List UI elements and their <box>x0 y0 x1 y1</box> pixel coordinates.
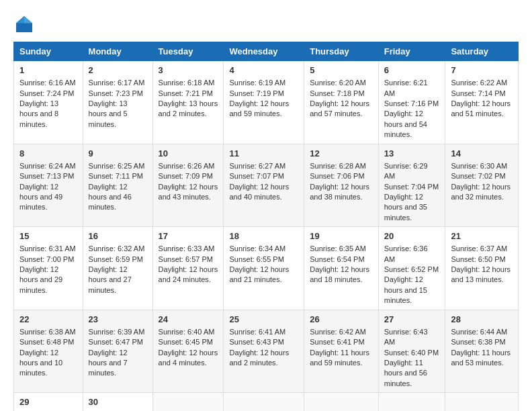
col-header-thursday: Thursday <box>304 42 378 61</box>
calendar-cell <box>445 393 519 411</box>
sunset-label: Sunset: 7:06 PM <box>310 172 364 180</box>
sunset-label: Sunset: 6:54 PM <box>310 255 364 263</box>
calendar-cell: 13 Sunrise: 6:29 AM Sunset: 7:04 PM Dayl… <box>378 144 445 227</box>
sunset-label: Sunset: 6:50 PM <box>451 255 505 263</box>
day-number: 24 <box>159 314 218 326</box>
sunset-label: Sunset: 7:07 PM <box>229 172 283 180</box>
daylight-label: Daylight: 12 hours and 59 minutes. <box>229 99 289 118</box>
calendar-cell: 7 Sunrise: 6:22 AM Sunset: 7:14 PM Dayli… <box>445 61 519 144</box>
day-number: 16 <box>89 230 147 242</box>
calendar-cell <box>304 393 378 411</box>
day-number: 11 <box>229 148 298 160</box>
calendar-cell: 29 Sunrise: 6:45 AM Sunset: 6:36 PM Dayl… <box>14 393 83 411</box>
calendar-week-2: 8 Sunrise: 6:24 AM Sunset: 7:13 PM Dayli… <box>14 144 519 227</box>
day-number: 2 <box>89 64 147 77</box>
sunset-label: Sunset: 6:41 PM <box>310 338 364 346</box>
day-number: 19 <box>310 230 372 242</box>
daylight-label: Daylight: 13 hours and 5 minutes. <box>89 99 128 128</box>
daylight-label: Daylight: 12 hours and 15 minutes. <box>384 275 427 304</box>
sunrise-label: Sunrise: 6:31 AM <box>19 244 76 253</box>
sunrise-label: Sunrise: 6:18 AM <box>159 79 215 87</box>
day-number: 1 <box>19 64 77 77</box>
col-header-friday: Friday <box>378 42 445 61</box>
calendar-week-3: 15 Sunrise: 6:31 AM Sunset: 7:00 PM Dayl… <box>14 227 519 310</box>
calendar-cell: 15 Sunrise: 6:31 AM Sunset: 7:00 PM Dayl… <box>14 227 83 310</box>
daylight-label: Daylight: 12 hours and 24 minutes. <box>159 265 218 283</box>
calendar-cell: 8 Sunrise: 6:24 AM Sunset: 7:13 PM Dayli… <box>14 144 83 227</box>
day-number: 20 <box>384 230 440 242</box>
calendar-cell: 12 Sunrise: 6:28 AM Sunset: 7:06 PM Dayl… <box>304 144 378 227</box>
sunrise-label: Sunrise: 6:43 AM <box>384 328 428 346</box>
daylight-label: Daylight: 12 hours and 40 minutes. <box>229 183 289 201</box>
daylight-label: Daylight: 12 hours and 57 minutes. <box>310 99 369 118</box>
day-number: 8 <box>19 148 77 160</box>
col-header-monday: Monday <box>83 42 152 61</box>
day-number: 25 <box>229 314 298 326</box>
svg-marker-1 <box>24 16 32 23</box>
sunrise-label: Sunrise: 6:38 AM <box>19 328 76 336</box>
day-number: 15 <box>19 230 77 242</box>
day-number: 9 <box>89 148 147 160</box>
sunset-label: Sunset: 7:11 PM <box>89 172 143 180</box>
sunset-label: Sunset: 7:19 PM <box>229 89 283 97</box>
sunrise-label: Sunrise: 6:34 AM <box>229 244 285 253</box>
sunrise-label: Sunrise: 6:37 AM <box>451 244 507 253</box>
daylight-label: Daylight: 13 hours and 2 minutes. <box>159 99 218 118</box>
sunrise-label: Sunrise: 6:19 AM <box>229 79 285 87</box>
sunrise-label: Sunrise: 6:41 AM <box>229 328 285 336</box>
sunrise-label: Sunrise: 6:16 AM <box>19 79 76 87</box>
calendar-cell <box>152 393 224 411</box>
day-number: 6 <box>384 64 440 77</box>
sunset-label: Sunset: 6:55 PM <box>229 255 283 263</box>
daylight-label: Daylight: 12 hours and 10 minutes. <box>19 349 62 377</box>
sunrise-label: Sunrise: 6:26 AM <box>159 162 215 170</box>
calendar-cell: 6 Sunrise: 6:21 AM Sunset: 7:16 PM Dayli… <box>378 61 445 144</box>
daylight-label: Daylight: 12 hours and 4 minutes. <box>159 349 218 367</box>
day-number: 3 <box>159 64 218 77</box>
sunrise-label: Sunrise: 6:21 AM <box>384 79 428 97</box>
calendar-cell: 24 Sunrise: 6:40 AM Sunset: 6:45 PM Dayl… <box>152 310 224 393</box>
calendar-cell: 26 Sunrise: 6:42 AM Sunset: 6:41 PM Dayl… <box>304 310 378 393</box>
logo <box>13 13 38 35</box>
day-number: 28 <box>451 314 513 326</box>
daylight-label: Daylight: 12 hours and 35 minutes. <box>384 193 427 222</box>
col-header-wednesday: Wednesday <box>224 42 304 61</box>
daylight-label: Daylight: 12 hours and 54 minutes. <box>384 109 427 138</box>
day-number: 13 <box>384 148 440 160</box>
calendar-week-5: 29 Sunrise: 6:45 AM Sunset: 6:36 PM Dayl… <box>14 393 519 411</box>
calendar-cell: 2 Sunrise: 6:17 AM Sunset: 7:23 PM Dayli… <box>83 61 152 144</box>
calendar-cell: 23 Sunrise: 6:39 AM Sunset: 6:47 PM Dayl… <box>83 310 152 393</box>
daylight-label: Daylight: 12 hours and 2 minutes. <box>229 349 289 367</box>
sunrise-label: Sunrise: 6:20 AM <box>310 79 366 87</box>
sunset-label: Sunset: 7:24 PM <box>19 89 74 97</box>
calendar-cell: 27 Sunrise: 6:43 AM Sunset: 6:40 PM Dayl… <box>378 310 445 393</box>
day-number: 23 <box>89 314 147 326</box>
sunrise-label: Sunrise: 6:35 AM <box>310 244 366 253</box>
day-number: 7 <box>451 64 513 77</box>
col-header-sunday: Sunday <box>14 42 83 61</box>
calendar-cell: 19 Sunrise: 6:35 AM Sunset: 6:54 PM Dayl… <box>304 227 378 310</box>
day-number: 10 <box>159 148 218 160</box>
sunrise-label: Sunrise: 6:40 AM <box>159 328 215 336</box>
calendar-cell: 22 Sunrise: 6:38 AM Sunset: 6:48 PM Dayl… <box>14 310 83 393</box>
sunset-label: Sunset: 6:59 PM <box>89 255 143 263</box>
calendar-table: SundayMondayTuesdayWednesdayThursdayFrid… <box>13 42 519 411</box>
daylight-label: Daylight: 11 hours and 56 minutes. <box>384 359 427 387</box>
sunset-label: Sunset: 7:13 PM <box>19 172 74 180</box>
sunset-label: Sunset: 6:52 PM <box>384 265 439 273</box>
sunset-label: Sunset: 6:48 PM <box>19 338 74 346</box>
sunrise-label: Sunrise: 6:17 AM <box>89 79 145 87</box>
day-number: 18 <box>229 230 298 242</box>
sunrise-label: Sunrise: 6:44 AM <box>451 328 507 336</box>
calendar-week-1: 1 Sunrise: 6:16 AM Sunset: 7:24 PM Dayli… <box>14 61 519 144</box>
daylight-label: Daylight: 12 hours and 13 minutes. <box>451 265 511 283</box>
day-number: 30 <box>89 396 147 408</box>
daylight-label: Daylight: 11 hours and 53 minutes. <box>451 349 511 367</box>
daylight-label: Daylight: 12 hours and 49 minutes. <box>19 183 62 212</box>
day-number: 22 <box>19 314 77 326</box>
sunrise-label: Sunrise: 6:27 AM <box>229 162 285 170</box>
calendar-cell: 14 Sunrise: 6:30 AM Sunset: 7:02 PM Dayl… <box>445 144 519 227</box>
daylight-label: Daylight: 12 hours and 18 minutes. <box>310 265 369 283</box>
day-number: 26 <box>310 314 372 326</box>
logo-icon <box>13 13 35 35</box>
